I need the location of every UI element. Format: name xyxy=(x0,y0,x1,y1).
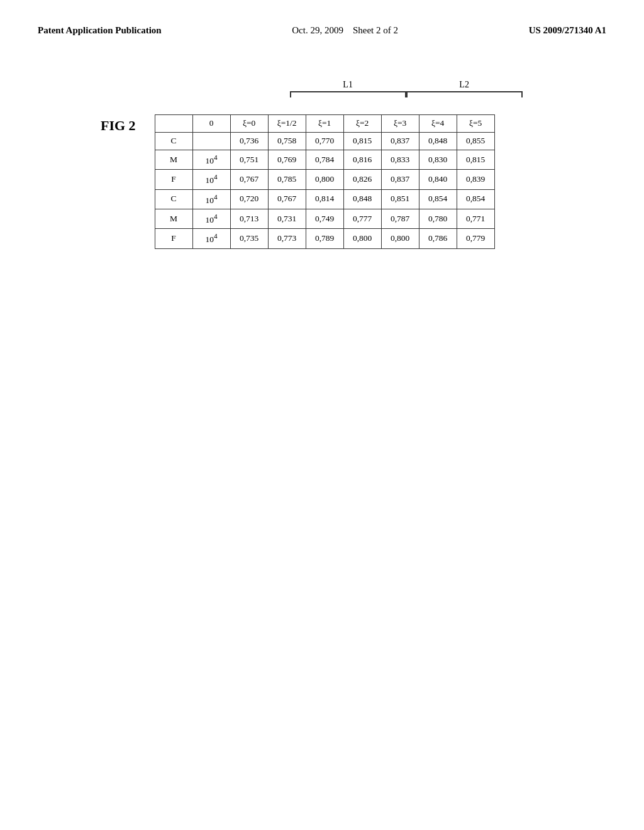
figure-label: FIG 2 xyxy=(101,118,136,134)
cell-m1-xi0: 0,751 xyxy=(230,150,268,169)
l1-label: L1 xyxy=(343,80,353,90)
l2-label: L2 xyxy=(459,80,469,90)
col-header-xi0: ξ=0 xyxy=(230,115,268,133)
col-header-xi2: ξ=2 xyxy=(343,115,381,133)
row-label-f1: F xyxy=(155,170,192,189)
cell-c1-zero xyxy=(192,132,230,150)
col-header-zero: 0 xyxy=(192,115,230,133)
col-header-xi5: ξ=5 xyxy=(457,115,494,133)
row-label-c2: C xyxy=(155,189,192,209)
col-header-xi-half: ξ=1/2 xyxy=(268,115,306,133)
cell-m2-xi1: 0,749 xyxy=(306,209,343,228)
cell-f2-xi5: 0,779 xyxy=(457,229,494,248)
col-header-xi4: ξ=4 xyxy=(419,115,457,133)
cell-c2-xi0: 0,720 xyxy=(230,189,268,209)
table-header-row: 0 ξ=0 ξ=1/2 ξ=1 ξ=2 ξ=3 ξ=4 ξ=5 xyxy=(155,115,494,133)
cell-c1-xi5: 0,855 xyxy=(457,132,494,150)
cell-m2-xi0: 0,713 xyxy=(230,209,268,228)
cell-c1-xihalf: 0,758 xyxy=(268,132,306,150)
table-row: M 104 0,751 0,769 0,784 0,816 0,833 0,83… xyxy=(155,150,494,169)
cell-c2-xi4: 0,854 xyxy=(419,189,457,209)
cell-c2-xi1: 0,814 xyxy=(306,189,343,209)
cell-f2-xi1: 0,789 xyxy=(306,229,343,248)
table-row: C 0,736 0,758 0,770 0,815 0,837 0,848 0,… xyxy=(155,132,494,150)
cell-c1-xi4: 0,848 xyxy=(419,132,457,150)
cell-f1-xi3: 0,837 xyxy=(381,170,419,189)
cell-f1-xi1: 0,800 xyxy=(306,170,343,189)
data-table: 0 ξ=0 ξ=1/2 ξ=1 ξ=2 ξ=3 ξ=4 ξ=5 C xyxy=(155,114,495,249)
cell-f1-xi0: 0,767 xyxy=(230,170,268,189)
patent-number: US 2009/271340 A1 xyxy=(529,25,606,36)
l2-bracket: L2 xyxy=(406,80,523,92)
cell-c2-xi5: 0,854 xyxy=(457,189,494,209)
cell-m1-xi4: 0,830 xyxy=(419,150,457,169)
cell-c2-xihalf: 0,767 xyxy=(268,189,306,209)
cell-c2-xi3: 0,851 xyxy=(381,189,419,209)
page-header: Patent Application Publication Oct. 29, … xyxy=(0,0,644,48)
cell-c1-xi0: 0,736 xyxy=(230,132,268,150)
cell-f2-xi4: 0,786 xyxy=(419,229,457,248)
row-label-m2: M xyxy=(155,209,192,228)
l1-bracket: L1 xyxy=(290,80,406,92)
sheet-info: Sheet 2 of 2 xyxy=(353,25,398,35)
cell-m1-xihalf: 0,769 xyxy=(268,150,306,169)
cell-m1-xi5: 0,815 xyxy=(457,150,494,169)
row-label-f2: F xyxy=(155,229,192,248)
cell-f1-xihalf: 0,785 xyxy=(268,170,306,189)
cell-m1-zero: 104 xyxy=(192,150,230,169)
row-label-c1: C xyxy=(155,132,192,150)
figure-container: FIG 2 L1 L2 xyxy=(101,80,495,249)
cell-m1-xi1: 0,784 xyxy=(306,150,343,169)
col-header-xi3: ξ=3 xyxy=(381,115,419,133)
cell-m2-xi3: 0,787 xyxy=(381,209,419,228)
cell-m1-xi2: 0,816 xyxy=(343,150,381,169)
cell-c2-xi2: 0,848 xyxy=(343,189,381,209)
col-header-rowlabel xyxy=(155,115,192,133)
cell-m2-xihalf: 0,731 xyxy=(268,209,306,228)
cell-f2-xihalf: 0,773 xyxy=(268,229,306,248)
l2-line xyxy=(406,91,523,92)
cell-c2-zero: 104 xyxy=(192,189,230,209)
cell-f1-xi4: 0,840 xyxy=(419,170,457,189)
col-header-xi1: ξ=1 xyxy=(306,115,343,133)
cell-f1-xi2: 0,826 xyxy=(343,170,381,189)
cell-c1-xi2: 0,815 xyxy=(343,132,381,150)
cell-c1-xi3: 0,837 xyxy=(381,132,419,150)
bracket-area: L1 L2 xyxy=(155,80,495,114)
header-center: Oct. 29, 2009 Sheet 2 of 2 xyxy=(292,25,398,36)
cell-f2-xi2: 0,800 xyxy=(343,229,381,248)
cell-f2-xi0: 0,735 xyxy=(230,229,268,248)
table-outer-wrapper: L1 L2 xyxy=(155,80,495,249)
table-row: C 104 0,720 0,767 0,814 0,848 0,851 0,85… xyxy=(155,189,494,209)
row-label-m1: M xyxy=(155,150,192,169)
publication-title: Patent Application Publication xyxy=(38,25,162,36)
cell-f1-xi5: 0,839 xyxy=(457,170,494,189)
cell-c1-xi1: 0,770 xyxy=(306,132,343,150)
table-row: F 104 0,735 0,773 0,789 0,800 0,800 0,78… xyxy=(155,229,494,248)
cell-m2-xi5: 0,771 xyxy=(457,209,494,228)
l1-line xyxy=(290,91,406,92)
cell-m2-zero: 104 xyxy=(192,209,230,228)
table-row: M 104 0,713 0,731 0,749 0,777 0,787 0,78… xyxy=(155,209,494,228)
cell-m2-xi4: 0,780 xyxy=(419,209,457,228)
page-content: FIG 2 L1 L2 xyxy=(0,48,644,268)
cell-f1-zero: 104 xyxy=(192,170,230,189)
cell-m2-xi2: 0,777 xyxy=(343,209,381,228)
cell-f2-zero: 104 xyxy=(192,229,230,248)
table-row: F 104 0,767 0,785 0,800 0,826 0,837 0,84… xyxy=(155,170,494,189)
cell-f2-xi3: 0,800 xyxy=(381,229,419,248)
publication-date: Oct. 29, 2009 xyxy=(292,25,343,35)
cell-m1-xi3: 0,833 xyxy=(381,150,419,169)
